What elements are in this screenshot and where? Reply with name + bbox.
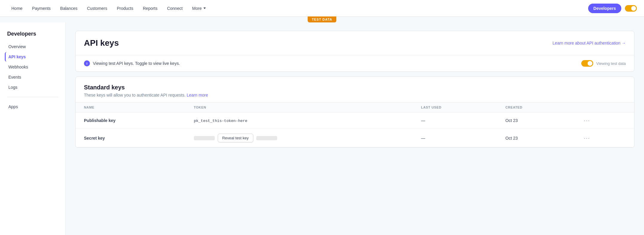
- viewing-test-data-label: Viewing test data: [596, 61, 626, 66]
- sidebar-item-overview[interactable]: Overview: [5, 42, 61, 51]
- info-left: i Viewing test API keys. Toggle to view …: [84, 60, 180, 66]
- token-cell-content-secret: Reveal test key: [194, 134, 404, 142]
- nav-item-home[interactable]: Home: [7, 4, 27, 13]
- actions-publishable: ···: [574, 112, 634, 129]
- sidebar: Developers Overview API keys Webhooks Ev…: [0, 22, 66, 235]
- col-header-last-used: LAST USED: [413, 103, 497, 112]
- test-mode-toggle[interactable]: [625, 5, 637, 12]
- page-title: API keys: [84, 38, 119, 48]
- content-area: API keys Learn more about API authentica…: [66, 22, 644, 235]
- key-name-publishable: Publishable key: [76, 112, 185, 129]
- info-banner: i Viewing test API keys. Toggle to view …: [76, 55, 634, 71]
- nav-item-products[interactable]: Products: [113, 4, 137, 13]
- nav-item-payments[interactable]: Payments: [28, 4, 55, 13]
- nav-item-customers[interactable]: Customers: [83, 4, 111, 13]
- col-header-created: CREATED: [497, 103, 574, 112]
- main-layout: Developers Overview API keys Webhooks Ev…: [0, 22, 644, 235]
- sidebar-item-logs[interactable]: Logs: [5, 83, 61, 92]
- info-right: Viewing test data: [581, 60, 626, 67]
- section-learn-more-link[interactable]: Learn more: [187, 93, 208, 97]
- table-row: Publishable key pk_test_this-token-here …: [76, 112, 634, 129]
- top-nav: Home Payments Balances Customers Product…: [0, 0, 644, 17]
- info-icon: i: [84, 60, 90, 66]
- sidebar-item-webhooks[interactable]: Webhooks: [5, 62, 61, 72]
- created-secret: Oct 23: [497, 129, 574, 147]
- learn-more-link[interactable]: Learn more about API authentication →: [553, 41, 626, 45]
- sidebar-title: Developers: [5, 31, 61, 37]
- sidebar-divider: [7, 97, 58, 97]
- nav-right: Developers: [588, 4, 637, 13]
- key-name-secret: Secret key: [76, 129, 185, 147]
- section-title: Standard keys: [84, 84, 626, 91]
- section-desc: These keys will allow you to authenticat…: [84, 93, 626, 97]
- table-row: Secret key Reveal test key — Oct 23 ···: [76, 129, 634, 147]
- more-options-button-publishable[interactable]: ···: [582, 117, 592, 124]
- chevron-down-icon: [203, 7, 206, 9]
- last-used-publishable: —: [413, 112, 497, 129]
- test-data-toggle[interactable]: [581, 60, 593, 67]
- nav-item-reports[interactable]: Reports: [139, 4, 162, 13]
- section-header: Standard keys These keys will allow you …: [76, 77, 634, 102]
- nav-items: Home Payments Balances Customers Product…: [7, 4, 588, 13]
- test-data-badge: TEST DATA: [308, 16, 336, 22]
- nav-item-more[interactable]: More: [188, 4, 210, 13]
- token-value-publishable: pk_test_this-token-here: [194, 119, 247, 123]
- sidebar-item-events[interactable]: Events: [5, 72, 61, 82]
- nav-item-balances[interactable]: Balances: [56, 4, 82, 13]
- developers-button[interactable]: Developers: [588, 4, 621, 13]
- table-header-row: NAME TOKEN LAST USED CREATED: [76, 103, 634, 112]
- reveal-test-key-button[interactable]: Reveal test key: [218, 134, 253, 142]
- token-cell-secret: Reveal test key: [185, 129, 413, 147]
- last-used-secret: —: [413, 129, 497, 147]
- token-blur-right: [256, 136, 277, 140]
- col-header-token: TOKEN: [185, 103, 413, 112]
- sidebar-item-apps[interactable]: Apps: [5, 102, 61, 112]
- token-blur-left: [194, 136, 215, 140]
- page-header-card: API keys Learn more about API authentica…: [75, 31, 634, 72]
- info-text: Viewing test API keys. Toggle to view li…: [93, 61, 180, 66]
- col-header-actions: [574, 103, 634, 112]
- created-publishable: Oct 23: [497, 112, 574, 129]
- test-data-banner: TEST DATA: [0, 16, 644, 22]
- actions-secret: ···: [574, 129, 634, 147]
- nav-item-connect[interactable]: Connect: [163, 4, 187, 13]
- sidebar-item-api-keys[interactable]: API keys: [5, 52, 61, 62]
- token-cell-publishable: pk_test_this-token-here: [185, 112, 413, 129]
- keys-table: NAME TOKEN LAST USED CREATED Publishable…: [76, 102, 634, 147]
- col-header-name: NAME: [76, 103, 185, 112]
- standard-keys-section: Standard keys These keys will allow you …: [75, 77, 634, 148]
- more-options-button-secret[interactable]: ···: [582, 135, 592, 141]
- page-header: API keys Learn more about API authentica…: [76, 31, 634, 55]
